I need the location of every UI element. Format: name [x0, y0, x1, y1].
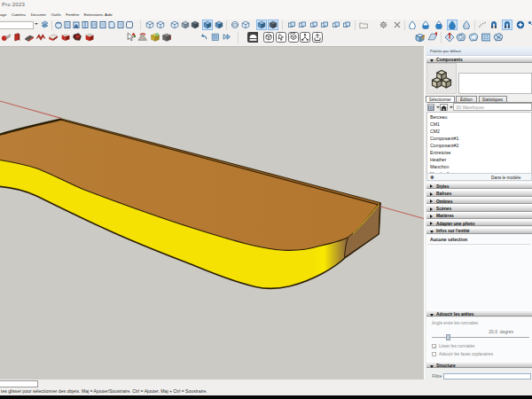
new-doc-icon[interactable] [54, 20, 63, 29]
section-header-scènes[interactable]: Scènes [426, 204, 532, 211]
folder-icon[interactable] [359, 20, 368, 29]
section-header-adapter-une-photo[interactable]: Adapter une photo [426, 219, 532, 226]
drop-half-icon[interactable] [421, 20, 430, 29]
section-header-styles[interactable]: Styles [426, 182, 532, 189]
menu-item-dessiner[interactable]: Dessiner [31, 10, 46, 20]
tab-édition[interactable]: Édition [456, 96, 477, 102]
copy-squares2-icon[interactable] [298, 20, 307, 29]
list-item-component[interactable]: Heather [430, 156, 446, 163]
tab-statistiques[interactable]: Statistiques [479, 96, 507, 102]
cube-shaded-icon[interactable] [181, 20, 190, 29]
table-icon[interactable] [210, 32, 220, 42]
layers-icon[interactable] [40, 20, 49, 29]
copy-squares6-icon[interactable] [342, 20, 351, 29]
undo-arrow-icon[interactable] [199, 32, 208, 42]
drop-most-icon[interactable] [434, 20, 443, 29]
drop-hatch-icon[interactable] [462, 20, 471, 29]
red-fold-icon[interactable] [35, 32, 45, 42]
pyramid-icon[interactable] [137, 32, 147, 42]
cube-wire2-icon[interactable] [156, 20, 165, 29]
pencil-cube-icon[interactable] [415, 32, 425, 42]
section-header-entity-info[interactable]: Infos sur l'entité [426, 227, 532, 234]
pin-diamond-icon[interactable] [444, 32, 454, 42]
plus-circle-icon[interactable] [516, 20, 525, 29]
red-fold2-icon[interactable] [60, 32, 70, 42]
cube-wire-icon[interactable] [145, 20, 154, 29]
section-header-structure[interactable]: Structure [426, 361, 532, 368]
red-box-icon[interactable] [84, 32, 94, 42]
poly-x-icon[interactable] [493, 32, 503, 42]
menu-item-outils[interactable]: Outils [51, 10, 60, 20]
menu-item-age[interactable]: age [0, 10, 6, 20]
copy-squares4-icon[interactable] [320, 20, 329, 29]
poly-outline-icon[interactable] [468, 32, 478, 42]
nodes-icon[interactable] [300, 32, 310, 43]
smooth-normals-checkbox[interactable]: ✓ [432, 344, 436, 348]
section-header-soften-edges[interactable]: Adoucir les arêtes [426, 309, 532, 317]
open-doc-icon[interactable] [63, 20, 72, 29]
list-item-component[interactable]: CM1 [430, 121, 440, 128]
close-x-icon[interactable] [393, 20, 402, 29]
toolbar-combobox[interactable] [0, 21, 34, 29]
gear-icon[interactable] [379, 20, 387, 29]
cube-back-icon[interactable] [170, 20, 179, 29]
dots-arc-icon[interactable] [478, 20, 487, 29]
cube-dark-icon[interactable] [191, 20, 200, 29]
list-item-component[interactable]: CM2 [430, 128, 440, 135]
select-cursor-icon[interactable] [126, 32, 136, 42]
list-item-component[interactable]: Manchon [430, 163, 449, 170]
drop-full-icon[interactable] [448, 20, 457, 29]
section-header-matières[interactable]: Matières [426, 212, 532, 219]
node-line-icon[interactable] [528, 20, 532, 29]
red-book-icon[interactable] [12, 32, 22, 42]
home-doc-icon[interactable] [72, 20, 81, 29]
components-list[interactable]: BerceauCM1CM2Composant#1Composant#2Entre… [426, 112, 532, 173]
cursor-btn-icon[interactable] [276, 32, 286, 43]
tray-title-bar[interactable]: Palette par défaut [426, 47, 532, 56]
cube-sel2-icon[interactable] [269, 20, 278, 29]
axes-box-icon[interactable] [263, 32, 274, 43]
yellow-box-icon[interactable] [150, 32, 160, 42]
search-input[interactable]: 3D Warehouse [453, 103, 532, 111]
cube-textured-icon[interactable] [203, 20, 212, 29]
view-options-arrow-icon[interactable] [436, 106, 440, 110]
menu-item-extensions[interactable]: Extensions [84, 10, 103, 20]
page3-icon[interactable] [116, 20, 125, 29]
forward-icon[interactable] [222, 32, 231, 42]
angle-slider-handle[interactable] [446, 334, 450, 340]
magnet-icon[interactable] [489, 20, 498, 29]
cube-sel1-icon[interactable] [257, 20, 266, 29]
section-header-balises[interactable]: Balises [426, 189, 532, 196]
dark-box-icon[interactable] [161, 32, 171, 42]
pages-icon[interactable] [90, 20, 98, 29]
cube-xray-icon[interactable] [241, 20, 250, 29]
menu-item-fenêtre[interactable]: Fenêtre [66, 10, 79, 20]
dark-red-icon[interactable] [72, 32, 82, 42]
round-square-icon[interactable] [125, 20, 134, 29]
list-item-component[interactable]: Composant#2 [430, 142, 458, 149]
plan-pin-icon[interactable] [427, 32, 437, 42]
paint-roller-icon[interactable] [1, 32, 11, 42]
filter-input[interactable] [443, 373, 531, 380]
menu-item-caméra[interactable]: Caméra [12, 10, 26, 20]
copy-squares1-icon[interactable] [287, 20, 296, 29]
in-model-dropdown[interactable]: ✥ Dans le modèle [426, 173, 532, 181]
view-options-button[interactable] [427, 104, 434, 111]
section-header-ombres[interactable]: Ombres [426, 197, 532, 204]
poly-clock-icon[interactable] [456, 32, 466, 42]
drop-empty-icon[interactable] [408, 20, 417, 29]
copy-squares3-icon[interactable] [309, 20, 318, 29]
solid-badge-icon[interactable] [247, 32, 258, 43]
export-icon[interactable] [312, 32, 323, 43]
dogear-page-icon[interactable] [107, 20, 116, 29]
home-button[interactable] [440, 104, 448, 111]
poly-pattern-icon[interactable] [481, 32, 490, 42]
list-item-component[interactable]: Berceau [430, 113, 447, 121]
page2-icon[interactable] [98, 20, 107, 29]
orbit-icon[interactable] [231, 20, 239, 29]
measurements-box[interactable] [0, 380, 38, 387]
tab-sélectionner[interactable]: Sélectionner [426, 96, 455, 103]
rotate-box-icon[interactable] [288, 32, 299, 43]
cube-blue-icon[interactable] [215, 20, 223, 29]
copy-squares5-icon[interactable] [332, 20, 340, 29]
